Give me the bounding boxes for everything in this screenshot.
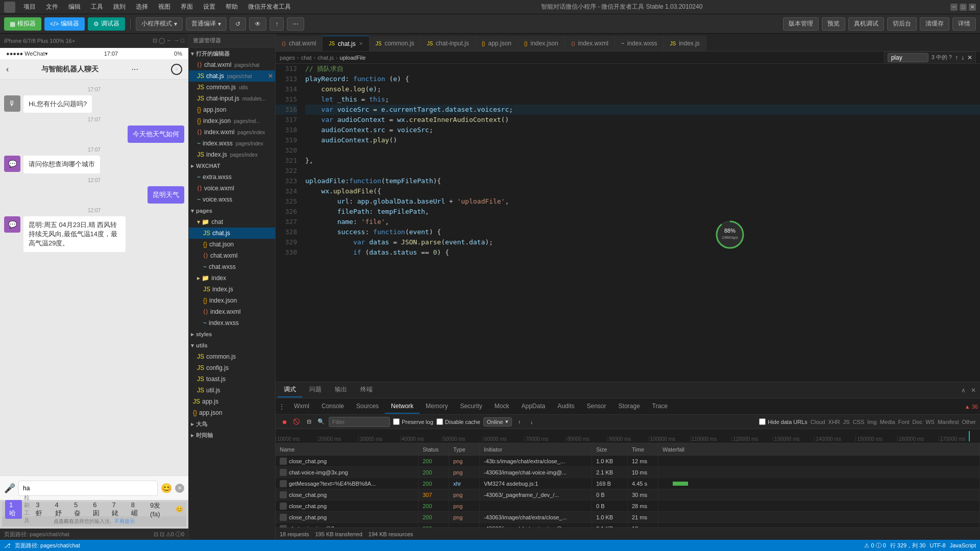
chat-messages[interactable]: 17:07 🎙 Hi,您有什么问题吗? 17:07 今天他天气如何 17:07 … — [0, 80, 188, 475]
ime-candidate-5[interactable]: 5奋 — [70, 500, 87, 519]
editor-button[interactable]: </> 编辑器 — [44, 17, 85, 31]
nr-2[interactable]: chat-voice-img@3x.png 200 png -43063/ima… — [276, 467, 980, 478]
menu-view[interactable]: 视图 — [156, 2, 173, 12]
tab-trace[interactable]: Trace — [646, 399, 674, 414]
index-json-file[interactable]: {} index.json — [189, 295, 275, 306]
open-editors-header[interactable]: ▾ 打开的编辑器 — [189, 48, 275, 59]
tab-index-wxml[interactable]: ⟨⟩ index.wxml — [565, 36, 615, 51]
tab-chat-wxml[interactable]: ⟨⟩ chat.wxml — [276, 36, 323, 51]
chat-folder[interactable]: ▾ 📁 chat — [189, 216, 275, 228]
search-btn[interactable]: 🔍 — [316, 417, 326, 427]
version-mgmt-button[interactable]: 版本管理 — [783, 17, 819, 31]
chat-wxml-file[interactable]: ⟨⟩ chat.wxml — [189, 250, 275, 261]
utils-util-js[interactable]: JS util.js — [189, 385, 275, 396]
other-filter[interactable]: Other — [962, 419, 976, 425]
tab-close-icon[interactable]: ✕ — [359, 41, 363, 46]
ime-candidate-6[interactable]: 6囱 — [89, 500, 106, 519]
cloud-filter[interactable]: Cloud — [811, 419, 825, 425]
cut-bg-button[interactable]: 切后台 — [887, 17, 917, 31]
menu-project[interactable]: 项目 — [21, 2, 38, 12]
code-area[interactable]: 312 313 314 315 316 317 318 319 320 321 … — [276, 64, 980, 382]
simulator-button[interactable]: ▦ 模拟器 — [4, 17, 41, 31]
real-debug-button[interactable]: 真机调试 — [848, 17, 884, 31]
ime-candidate-1[interactable]: 1哈 — [5, 500, 22, 519]
more-icon[interactable]: ··· — [132, 65, 138, 74]
upload-button[interactable]: ↑ — [270, 17, 284, 31]
js-filter[interactable]: JS — [843, 419, 850, 425]
tab-console[interactable]: Console — [315, 399, 350, 414]
tab-sensor[interactable]: Sensor — [581, 399, 612, 414]
refresh-button[interactable]: ↺ — [230, 17, 246, 31]
index-wxss-file[interactable]: ~ index.wxss — [189, 317, 275, 329]
back-icon[interactable]: ‹ — [6, 65, 9, 74]
ime-candidate-9[interactable]: 9发(fa) — [146, 500, 172, 519]
app-js-file[interactable]: JS app.js — [189, 396, 275, 407]
find-close-icon[interactable]: ✕ — [967, 54, 972, 61]
minimize-button[interactable]: ─ — [950, 4, 958, 11]
mic-icon[interactable]: 🎤 — [4, 483, 15, 494]
nr-7[interactable]: chat-voice-img@3x.png 200 png -43063/ima… — [276, 523, 980, 528]
find-input[interactable] — [888, 53, 928, 62]
online-dropdown[interactable]: Online ▾ — [483, 417, 512, 427]
preserve-log-checkbox[interactable] — [393, 418, 400, 425]
index-folder[interactable]: ▸ 📁 index — [189, 272, 275, 284]
nr-4[interactable]: close_chat.png 307 png -43063/_pageframe… — [276, 489, 980, 500]
open-file-chat-js[interactable]: JS chat.js pages/chat ✕ — [189, 70, 275, 82]
wxchat-voice-wxml[interactable]: ⟨⟩ voice.wxml — [189, 183, 275, 194]
breadcrumb-uploadfile[interactable]: uploadFile — [340, 55, 366, 61]
emoji-icon[interactable]: 😊 — [161, 483, 172, 494]
menu-file[interactable]: 文件 — [44, 2, 60, 12]
tab-debug[interactable]: 调式 — [278, 383, 302, 397]
filter-toggle-btn[interactable]: ⊟ — [304, 417, 313, 427]
doc-filter[interactable]: Doc — [913, 419, 923, 425]
menu-edit[interactable]: 编辑 — [66, 2, 83, 12]
index-js-file[interactable]: JS index.js — [189, 284, 275, 295]
clear-cache-button[interactable]: 清缓存 — [920, 17, 949, 31]
col-waterfall[interactable]: Waterfall — [658, 443, 980, 455]
tab-security[interactable]: Security — [454, 399, 488, 414]
ime-candidate-2[interactable]: 粒刷工具 — [24, 494, 30, 524]
open-file-chat-input[interactable]: JS chat-input.js modules... — [189, 93, 275, 104]
maximize-button[interactable]: □ — [960, 4, 967, 11]
open-file-chat-wxml[interactable]: ⟨⟩ chat.wxml pages/chat — [189, 59, 275, 70]
nr-3[interactable]: getMessage?text=%E4%BB%8A... 200 xhr VM3… — [276, 478, 980, 489]
menu-help[interactable]: 帮助 — [224, 2, 240, 12]
file-app-json[interactable]: {} app.json — [189, 104, 275, 115]
tab-audits[interactable]: Audits — [551, 399, 580, 414]
find-prev-icon[interactable]: ↑ — [955, 54, 958, 61]
col-status[interactable]: Status — [419, 443, 449, 455]
file-index-js[interactable]: JS index.js pages/index — [189, 149, 275, 160]
breadcrumb-pages[interactable]: pages — [280, 55, 295, 61]
ime-candidate-3[interactable]: 3虾 — [32, 500, 48, 519]
open-file-common-js[interactable]: JS common.js utils — [189, 82, 275, 93]
file-index-wxss[interactable]: ~ index.wxss pages/index — [189, 138, 275, 149]
export-btn[interactable]: ↓ — [527, 417, 536, 427]
manifest-filter[interactable]: Manifest — [938, 419, 959, 425]
ime-candidate-8[interactable]: 8嵋 — [127, 500, 144, 519]
file-index-json[interactable]: {} index.json pages/ind... — [189, 115, 275, 127]
tab-appdata[interactable]: AppData — [515, 399, 551, 414]
emoji-btn[interactable]: 😊 — [176, 506, 183, 513]
devtools-close-icon[interactable]: ✕ — [969, 387, 978, 394]
chat-json-file[interactable]: {} chat.json — [189, 239, 275, 250]
col-initiator[interactable]: Initiator — [480, 443, 592, 455]
ws-filter[interactable]: WS — [925, 419, 935, 425]
utils-folder[interactable]: ▾ utils — [189, 340, 275, 351]
import-btn[interactable]: ↑ — [515, 417, 524, 427]
tab-network[interactable]: Network — [385, 399, 420, 414]
nr-1[interactable]: close_chat.png 200 png -43b:s/image/chat… — [276, 456, 980, 467]
filter-input[interactable] — [329, 417, 390, 427]
img-filter[interactable]: Img — [867, 419, 876, 425]
record-stop-btn[interactable]: ⏺ — [280, 417, 289, 427]
nr-5[interactable]: close_chat.png 200 png 0 B 28 ms — [276, 500, 980, 512]
devtools-collapse-icon[interactable]: ∧ — [959, 387, 968, 394]
devtools-icon-1[interactable]: ⋮ — [276, 399, 288, 414]
xhr-filter[interactable]: XHR — [828, 419, 840, 425]
tab-app-json[interactable]: {} app.json — [476, 36, 518, 51]
tab-output[interactable]: 输出 — [329, 383, 353, 397]
wxchat-folder[interactable]: ▸ WXCHAT — [189, 160, 275, 171]
mode-dropdown[interactable]: 小程序模式 ▾ — [136, 17, 183, 31]
menu-tools[interactable]: 工具 — [89, 2, 105, 12]
close-input-icon[interactable]: ✕ — [175, 484, 184, 493]
debugger-button[interactable]: ⚙ 调试器 — [88, 17, 125, 31]
